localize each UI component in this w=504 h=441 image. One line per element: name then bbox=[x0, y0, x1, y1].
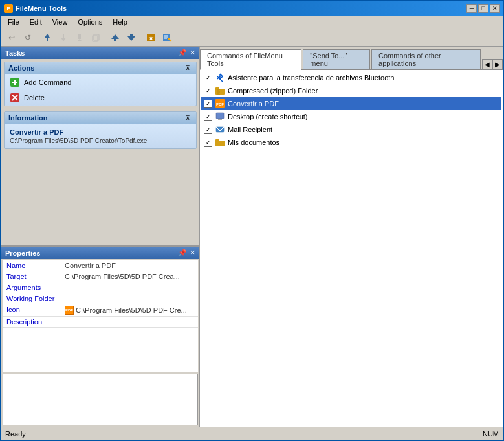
svg-marker-6 bbox=[127, 36, 135, 41]
prop-value-target: C:\Program Files\5D\5D PDF Crea... bbox=[61, 271, 198, 282]
properties-close-icon[interactable]: ✕ bbox=[190, 249, 195, 257]
properties-pin-icon[interactable]: 📌 bbox=[178, 249, 187, 257]
status-bar: Ready NUM bbox=[1, 427, 503, 440]
tasks-title: Tasks bbox=[5, 49, 25, 57]
tab-other-apps[interactable]: Commands of other applications bbox=[371, 49, 481, 69]
cmd-checkbox-desktop[interactable] bbox=[204, 113, 212, 121]
tabs-bar: Commands of FileMenu Tools "Send To..." … bbox=[200, 47, 503, 70]
minimize-button[interactable]: ─ bbox=[466, 4, 477, 13]
properties-extra-area bbox=[3, 374, 198, 425]
command-item-compressed[interactable]: Compressed (zipped) Folder bbox=[201, 84, 501, 97]
close-button[interactable]: ✕ bbox=[490, 4, 500, 13]
undo-button[interactable]: ↩ bbox=[4, 30, 19, 45]
svg-rect-5 bbox=[114, 39, 116, 41]
window-title: FileMenu Tools bbox=[16, 5, 67, 12]
cmd-icon-desktop bbox=[215, 111, 225, 122]
prop-value-icon: PDF C:\Program Files\5D\5D PDF Cre... bbox=[61, 304, 198, 317]
command-item-bluetooth[interactable]: Asistente para la transferencia de archi… bbox=[201, 71, 501, 84]
prop-key-description: Description bbox=[3, 317, 61, 328]
properties-title: Properties bbox=[5, 249, 40, 257]
redo-button[interactable]: ↺ bbox=[20, 30, 36, 45]
prop-row-description: Description bbox=[3, 317, 198, 328]
svg-rect-28 bbox=[218, 119, 222, 120]
prop-icon-path: C:\Program Files\5D\5D PDF Cre... bbox=[76, 306, 187, 314]
prop-value-working-folder bbox=[61, 293, 198, 304]
app-icon: F bbox=[4, 4, 13, 13]
svg-rect-27 bbox=[216, 113, 224, 119]
actions-header: Actions ⊼ bbox=[5, 62, 196, 74]
menu-options[interactable]: Options bbox=[72, 17, 107, 27]
prop-row-target: Target C:\Program Files\5D\5D PDF Crea..… bbox=[3, 271, 198, 282]
main-content: Tasks 📌 ✕ Actions ⊼ bbox=[1, 47, 503, 427]
cmd-checkbox-pdf[interactable] bbox=[204, 100, 212, 108]
prop-key-arguments: Arguments bbox=[3, 282, 61, 293]
status-right: NUM bbox=[483, 430, 499, 438]
settings-button[interactable] bbox=[159, 30, 175, 45]
tab-filemenu-commands[interactable]: Commands of FileMenu Tools bbox=[200, 49, 301, 70]
tab-navigation: ◀ ▶ bbox=[482, 59, 503, 69]
main-window: F FileMenu Tools ─ □ ✕ File Edit View Op… bbox=[0, 0, 504, 441]
actions-section: Actions ⊼ Add Command bbox=[4, 62, 197, 106]
cut-button[interactable] bbox=[72, 30, 87, 45]
delete-label: Delete bbox=[24, 94, 45, 102]
command-item-pdf[interactable]: PDF Convertir a PDF bbox=[201, 97, 501, 110]
delete-icon bbox=[10, 93, 20, 103]
add-command-label: Add Command bbox=[24, 78, 71, 86]
cmd-label-desktop: Desktop (create shortcut) bbox=[228, 113, 308, 120]
actions-title: Actions bbox=[8, 64, 34, 72]
prop-key-working-folder: Working Folder bbox=[3, 293, 61, 304]
cmd-checkbox-mail[interactable] bbox=[204, 126, 212, 134]
up-button[interactable] bbox=[39, 30, 55, 45]
svg-point-14 bbox=[168, 38, 170, 40]
cmd-checkbox-compressed[interactable] bbox=[204, 87, 212, 95]
menu-file[interactable]: File bbox=[3, 17, 25, 27]
svg-rect-29 bbox=[217, 120, 223, 120]
tasks-close-icon[interactable]: ✕ bbox=[190, 49, 195, 57]
actions-collapse-button[interactable]: ⊼ bbox=[183, 64, 192, 72]
svg-marker-4 bbox=[111, 34, 119, 39]
info-command-name: Convertir a PDF bbox=[10, 128, 191, 136]
prop-row-arguments: Arguments bbox=[3, 282, 198, 293]
tab-next-button[interactable]: ▶ bbox=[492, 59, 503, 69]
svg-text:PDF: PDF bbox=[216, 102, 224, 106]
svg-text:★: ★ bbox=[148, 34, 154, 41]
tab-send-to[interactable]: "Send To..." menu bbox=[303, 49, 370, 69]
maximize-button[interactable]: □ bbox=[478, 4, 488, 13]
cmd-label-pdf: Convertir a PDF bbox=[228, 100, 279, 107]
move-up-button[interactable] bbox=[107, 30, 123, 45]
prop-row-name: Name Convertir a PDF bbox=[3, 260, 198, 271]
menu-help[interactable]: Help bbox=[107, 17, 133, 27]
information-collapse-button[interactable]: ⊼ bbox=[183, 114, 192, 122]
cmd-label-compressed: Compressed (zipped) Folder bbox=[228, 87, 318, 95]
svg-rect-7 bbox=[130, 34, 133, 36]
information-section: Information ⊼ Convertir a PDF C:\Program… bbox=[4, 111, 197, 149]
menu-edit[interactable]: Edit bbox=[25, 17, 47, 27]
icon-preview: PDF bbox=[65, 306, 74, 315]
menu-view[interactable]: View bbox=[47, 17, 73, 27]
move-down-button[interactable] bbox=[124, 30, 139, 45]
prop-key-icon: Icon bbox=[3, 304, 61, 317]
cmd-checkbox-bluetooth[interactable] bbox=[204, 74, 212, 82]
new2-button[interactable] bbox=[56, 30, 71, 45]
copy-button[interactable] bbox=[88, 30, 104, 45]
title-bar-left: F FileMenu Tools bbox=[4, 4, 67, 13]
properties-table: Name Convertir a PDF Target C:\Program F… bbox=[3, 260, 198, 328]
delete-item[interactable]: Delete bbox=[5, 90, 196, 106]
command-item-mail[interactable]: Mail Recipient bbox=[201, 123, 501, 136]
commands-list: Asistente para la transferencia de archi… bbox=[200, 70, 503, 427]
information-content: Convertir a PDF C:\Program Files\5D\5D P… bbox=[5, 124, 196, 148]
cmd-checkbox-docs[interactable] bbox=[204, 139, 212, 147]
cmd-label-mail: Mail Recipient bbox=[228, 126, 272, 133]
command-item-desktop[interactable]: Desktop (create shortcut) bbox=[201, 110, 501, 123]
tab-prev-button[interactable]: ◀ bbox=[482, 59, 492, 69]
command-item-docs[interactable]: Mis documentos bbox=[201, 136, 501, 149]
star-button[interactable]: ★ bbox=[143, 30, 159, 45]
properties-content: Name Convertir a PDF Target C:\Program F… bbox=[3, 260, 198, 372]
information-header: Information ⊼ bbox=[5, 112, 196, 124]
cmd-icon-compressed bbox=[215, 85, 225, 96]
menu-bar: File Edit View Options Help bbox=[1, 16, 503, 28]
left-panel: Tasks 📌 ✕ Actions ⊼ bbox=[1, 47, 200, 427]
add-command-item[interactable]: Add Command bbox=[5, 74, 196, 90]
tasks-pin-icon[interactable]: 📌 bbox=[178, 49, 187, 57]
properties-header: Properties 📌 ✕ bbox=[1, 247, 199, 259]
